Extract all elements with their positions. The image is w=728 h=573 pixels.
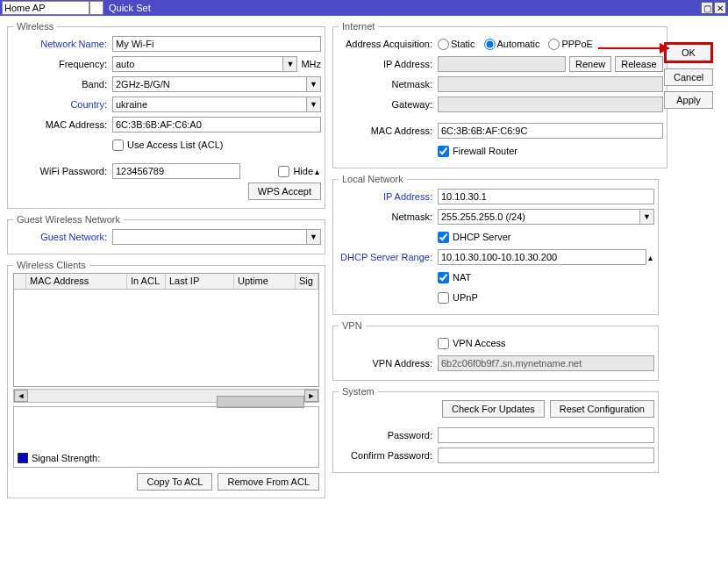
dhcp-server-checkbox[interactable]: DHCP Server <box>438 232 510 243</box>
network-name-label: Network Name: <box>11 39 112 49</box>
minimize-icon[interactable]: ▢ <box>701 2 713 14</box>
address-acq-label: Address Acquisition: <box>337 39 438 49</box>
annotation-arrow <box>598 47 668 49</box>
mode-dropdown-btn[interactable]: ▼ <box>89 1 103 15</box>
clients-table-body <box>14 290 318 386</box>
renew-button[interactable]: Renew <box>569 56 611 72</box>
internet-ip-input <box>438 56 566 72</box>
wifi-password-label: WiFi Password: <box>11 166 112 176</box>
internet-mac-input[interactable] <box>438 123 663 139</box>
col-uptime[interactable]: Uptime <box>234 274 296 289</box>
scroll-right-icon[interactable]: ► <box>304 390 318 402</box>
wps-accept-button[interactable]: WPS Accept <box>248 183 321 200</box>
dhcp-range-label: DHCP Server Range: <box>337 252 438 262</box>
col-inacl[interactable]: In ACL <box>127 274 166 289</box>
country-dropdown-icon[interactable]: ▼ <box>307 97 321 112</box>
clients-legend: Wireless Clients <box>13 260 89 270</box>
apply-button[interactable]: Apply <box>664 91 713 109</box>
mode-select[interactable] <box>2 1 89 15</box>
country-input[interactable] <box>112 97 307 112</box>
wireless-group: Wireless Network Name: Frequency: ▼ MHz … <box>7 21 325 209</box>
band-input[interactable] <box>112 76 307 92</box>
frequency-unit: MHz <box>301 59 321 69</box>
guest-network-group: Guest Wireless Network Guest Network: ▼ <box>7 214 325 254</box>
wireless-clients-group: Wireless Clients MAC Address In ACL Last… <box>7 260 325 498</box>
confirm-password-input[interactable] <box>438 448 654 463</box>
vpn-legend: VPN <box>339 320 366 331</box>
signal-strength-chart: Signal Strength: <box>13 406 319 468</box>
frequency-input[interactable] <box>112 56 283 72</box>
scroll-left-icon[interactable]: ◄ <box>14 390 28 402</box>
clients-table-header: MAC Address In ACL Last IP Uptime Sig <box>14 274 318 290</box>
wireless-mac-input[interactable] <box>112 117 321 133</box>
band-label: Band: <box>11 79 112 90</box>
firewall-router-checkbox[interactable]: Firewall Router <box>438 146 517 157</box>
dhcp-collapse-icon[interactable]: ▴ <box>646 253 654 262</box>
ok-button[interactable]: OK <box>664 42 713 63</box>
use-acl-checkbox[interactable]: Use Access List (ACL) <box>112 140 223 151</box>
cancel-button[interactable]: Cancel <box>664 68 713 86</box>
vpn-address-input <box>438 355 654 371</box>
collapse-icon[interactable]: ▴ <box>313 167 321 176</box>
vpn-address-label: VPN Address: <box>337 358 438 369</box>
remove-from-acl-button[interactable]: Remove From ACL <box>218 473 319 491</box>
system-group: System Check For Updates Reset Configura… <box>332 386 659 473</box>
internet-netmask-label: Netmask: <box>337 79 438 90</box>
internet-mac-label: MAC Address: <box>337 125 438 136</box>
local-netmask-input[interactable] <box>438 209 640 225</box>
radio-static[interactable]: Static <box>438 39 475 50</box>
internet-netmask-input <box>438 76 663 92</box>
radio-pppoe[interactable]: PPPoE <box>548 39 592 50</box>
password-input[interactable] <box>438 427 654 443</box>
local-legend: Local Network <box>339 174 407 184</box>
col-mac[interactable]: MAC Address <box>26 274 127 289</box>
netmask-dropdown-icon[interactable]: ▼ <box>640 209 654 225</box>
internet-legend: Internet <box>339 21 378 32</box>
nat-checkbox[interactable]: NAT <box>438 272 471 283</box>
band-dropdown-icon[interactable]: ▼ <box>307 76 321 92</box>
internet-group: Internet Address Acquisition: Static Aut… <box>332 21 667 168</box>
guest-network-label: Guest Network: <box>11 232 112 242</box>
vpn-group: VPN VPN Access VPN Address: <box>332 320 659 381</box>
horizontal-scrollbar[interactable]: ◄ ► <box>13 389 319 403</box>
clients-table[interactable]: MAC Address In ACL Last IP Uptime Sig <box>13 273 319 387</box>
upnp-checkbox[interactable]: UPnP <box>438 292 478 304</box>
wifi-password-input[interactable] <box>112 163 240 179</box>
internet-ip-label: IP Address: <box>337 59 438 69</box>
window-title: Quick Set <box>109 3 151 13</box>
country-label: Country: <box>11 99 112 110</box>
wireless-legend: Wireless <box>13 21 57 32</box>
frequency-dropdown-icon[interactable]: ▼ <box>283 56 297 72</box>
system-legend: System <box>339 386 378 397</box>
signal-strength-label: Signal Strength: <box>32 453 100 463</box>
dhcp-range-input[interactable] <box>438 249 646 265</box>
guest-legend: Guest Wireless Network <box>13 214 124 225</box>
col-lastip[interactable]: Last IP <box>166 274 234 289</box>
frequency-label: Frequency: <box>11 59 112 69</box>
release-button[interactable]: Release <box>615 56 662 72</box>
guest-dropdown-icon[interactable]: ▼ <box>307 229 321 245</box>
password-label: Password: <box>337 430 438 440</box>
confirm-password-label: Confirm Password: <box>337 450 438 461</box>
local-netmask-label: Netmask: <box>337 211 438 222</box>
window-titlebar: ▼ Quick Set ▢ ✕ <box>0 0 728 16</box>
guest-network-input[interactable] <box>112 229 307 245</box>
hide-password-checkbox[interactable]: Hide <box>278 166 313 177</box>
radio-automatic[interactable]: Automatic <box>484 39 540 50</box>
check-updates-button[interactable]: Check For Updates <box>442 400 545 418</box>
gateway-label: Gateway: <box>337 99 438 110</box>
network-name-input[interactable] <box>112 36 321 52</box>
close-icon[interactable]: ✕ <box>714 2 726 14</box>
wireless-mac-label: MAC Address: <box>11 119 112 130</box>
copy-to-acl-button[interactable]: Copy To ACL <box>137 473 212 491</box>
gateway-input <box>438 97 663 112</box>
local-ip-label: IP Address: <box>337 191 438 202</box>
col-sig[interactable]: Sig <box>296 274 318 289</box>
reset-config-button[interactable]: Reset Configuration <box>550 400 654 418</box>
signal-legend-icon <box>18 453 28 463</box>
local-network-group: Local Network IP Address: Netmask: ▼ DHC… <box>332 174 659 315</box>
vpn-access-checkbox[interactable]: VPN Access <box>438 338 506 349</box>
local-ip-input[interactable] <box>438 189 654 204</box>
